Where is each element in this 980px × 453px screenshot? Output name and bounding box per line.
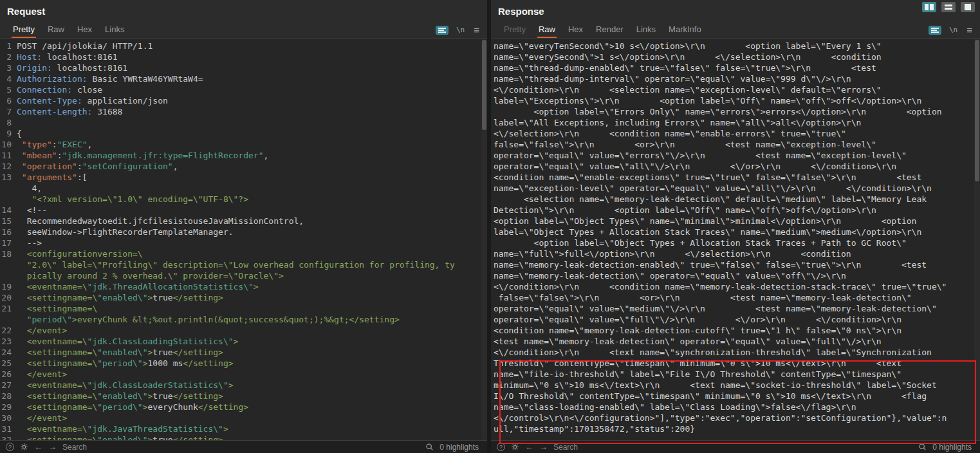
request-code-line: 29 <settingname=\"period\">everyChunk</s… [1,402,487,412]
response-code-line: Detection\">\r\n <option label=\"Off\" n… [492,205,980,216]
request-scrollbar[interactable] [481,39,487,440]
tab-response-pretty[interactable]: Pretty [497,22,532,38]
line-number: 23 [1,336,17,347]
line-number: 5 [1,84,17,95]
request-code-line: 6Content-Type: application/json [1,95,487,106]
line-number: 30 [1,412,17,423]
response-code-line: <test name=\"memory-leak-detection\" ope… [492,336,980,347]
line-number [1,194,17,205]
line-number: 7 [1,106,17,117]
response-code-line: Threshold\" contentType=\"timespan\" min… [492,358,980,369]
format-icon[interactable] [929,25,941,35]
response-tabbar: PrettyRawHexRenderLinksMarkInfo \n ≡ [491,22,980,39]
response-editor[interactable]: name=\"everyTenSecond\">10 s<\/option>\r… [491,39,980,440]
tab-response-raw[interactable]: Raw [532,22,562,38]
request-code-line: "period\">everyChunk &lt;%out.println(&q… [1,314,487,325]
request-code-line: 20 <settingname=\"enabled\">true</settin… [1,292,487,303]
request-code-line: 2Host: localhost:8161 [1,51,487,62]
help-icon[interactable]: ? [6,443,14,451]
line-number: 26 [1,369,17,380]
search-icon [918,443,927,451]
request-code-line: 21 <settingname=\ [1,303,487,314]
request-code-line: 14 <!-- [1,205,487,216]
request-code-line: 32 <settingname=\"enabled\">true</settin… [1,434,487,440]
line-number: 12 [1,161,17,172]
request-code-line: 30 </event> [1,412,487,423]
line-number: 16 [1,226,17,237]
response-code-line: operator=\"equal\" value=\"errors\"\/>\r… [492,150,980,161]
request-code-line: 22 </event> [1,325,487,336]
response-code-line: ull,"timestamp":1701358472,"status":200} [492,423,980,434]
line-number: 8 [1,117,17,128]
response-code-line: <option label=\"Object Types\" name=\"mi… [492,216,980,226]
request-code-line: 13 "arguments":[ [1,172,487,183]
request-code-line: 27 <eventname=\"jdk.ClassLoaderStatistic… [1,380,487,391]
request-title: Request [0,0,487,22]
response-scrollbar[interactable] [974,39,980,440]
search-prev-button[interactable]: ← [525,442,533,452]
response-code-line: <\/condition>\r\n <condition name=\"memo… [492,281,980,292]
request-code-line: 12 "operation":"setConfiguration", [1,161,487,172]
request-editor[interactable]: 1POST /api/jolokia/ HTTP/1.12Host: local… [0,39,487,440]
response-code-line: name=\"file-io-threshold\" label=\"File … [492,369,980,380]
layout-single-button[interactable] [961,2,975,12]
response-code-line: name=\"everyTenSecond\">10 s<\/option>\r… [492,41,980,51]
newline-toggle-icon[interactable]: \n [949,26,957,34]
request-tabbar: PrettyRawHexLinks \n ≡ [0,22,487,39]
menu-icon[interactable]: ≡ [474,24,479,35]
line-number: 28 [1,391,17,402]
response-code-line: <option label=\"Errors Only\" name=\"err… [492,106,980,117]
request-pane: Request PrettyRawHexLinks \n ≡ 1POST /ap… [0,0,487,453]
request-code-line: 16 seeWindow->FlightRecorderTemplateMana… [1,226,487,237]
tab-request-hex[interactable]: Hex [71,22,98,38]
tab-response-markinfo[interactable]: MarkInfo [662,22,708,38]
request-code-line: 23 <eventname=\"jdk.ClassLoadingStatisti… [1,336,487,347]
tab-request-raw[interactable]: Raw [41,22,71,38]
line-number: 11 [1,150,17,161]
request-code-line: 1POST /api/jolokia/ HTTP/1.1 [1,41,487,51]
tab-request-pretty[interactable]: Pretty [6,22,41,38]
line-number: 18 [1,248,17,259]
search-next-button[interactable]: → [48,442,57,452]
response-code-line: <\/condition>\r\n <selection name=\"exce… [492,84,980,95]
search-settings-gear-icon[interactable] [20,443,28,451]
request-code-line: 26 </event> [1,369,487,380]
request-code-line: 10 "type":"EXEC", [1,139,487,150]
response-code-line: name=\"thread-dump-interval\" operator=\… [492,73,980,84]
response-search-input[interactable] [553,443,912,452]
help-icon[interactable]: ? [497,443,505,451]
layout-rows-button[interactable] [941,2,956,12]
menu-icon[interactable]: ≡ [966,24,972,35]
response-code-line: name=\"everySecond\">1 s<\/option>\r\n <… [492,51,980,62]
line-number: 13 [1,172,17,183]
line-number: 17 [1,237,17,248]
tab-response-render[interactable]: Render [589,22,630,38]
layout-columns-button[interactable] [922,2,936,12]
newline-toggle-icon[interactable]: \n [456,26,465,34]
response-title: Response [491,0,980,22]
request-code-line: 3Origin: localhost:8161 [1,62,487,73]
tab-request-links[interactable]: Links [98,22,131,38]
request-code-line: 4, [1,183,487,194]
line-number [1,314,17,325]
tab-response-links[interactable]: Links [630,22,662,38]
search-prev-button[interactable]: ← [34,442,42,452]
request-search-input[interactable] [62,443,420,452]
response-code-line: label=\"Exceptions\">\r\n <option label=… [492,95,980,106]
search-next-button[interactable]: → [539,442,548,452]
window-layout-buttons [922,2,975,12]
tab-response-hex[interactable]: Hex [562,22,589,38]
line-number: 20 [1,292,17,303]
search-settings-gear-icon[interactable] [511,443,519,451]
response-code-line: name=\"exception-level\" operator=\"equa… [492,183,980,194]
line-number: 21 [1,303,17,314]
response-code-line: name=\"full\">full<\/option>\r\n <\/sele… [492,248,980,259]
response-code-line: name=\"memory-leak-detection\" operator=… [492,270,980,281]
line-number: 1 [1,41,17,51]
request-code-line: 7Content-Length: 31688 [1,106,487,117]
response-code-line: <selection name=\"memory-leak-detection\… [492,194,980,205]
line-number: 22 [1,325,17,336]
response-code-line: false=\"false\">\r\n <or>\r\n <test name… [492,292,980,303]
format-icon[interactable] [436,25,448,35]
request-code-line: 19 <eventname=\"jdk.ThreadAllocationStat… [1,281,487,292]
